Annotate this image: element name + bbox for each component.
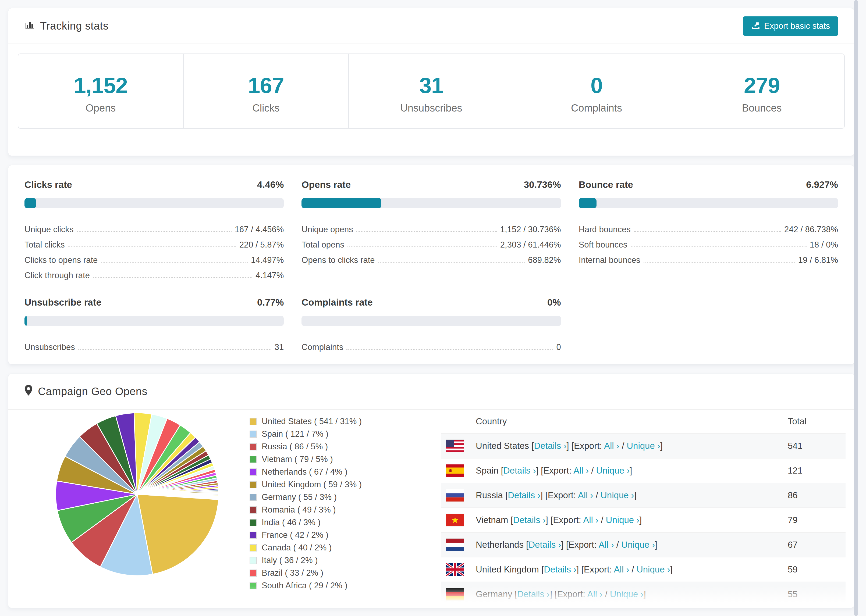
legend-label: South Africa ( 29 / 2% )	[262, 581, 348, 591]
details-link-es[interactable]: Details ›	[504, 465, 536, 475]
legend-item: Canada ( 40 / 2% )	[250, 543, 362, 553]
export-all-link-nl[interactable]: All ›	[599, 540, 614, 550]
export-all-link-es[interactable]: All ›	[573, 465, 589, 475]
page-scrollbar[interactable]	[854, 0, 858, 616]
de-flag-icon	[446, 588, 464, 600]
rate-detail-row: Internal bounces 19 / 6.81%	[579, 250, 838, 265]
rate-detail-row: Soft bounces 18 / 0%	[579, 234, 838, 250]
country-row-vn: Vietnam [Details ›] [Export: All › / Uni…	[441, 508, 846, 532]
legend-label: Canada ( 40 / 2% )	[262, 543, 332, 553]
export-all-link-de[interactable]: All ›	[587, 589, 602, 599]
stat-label: Clicks	[184, 102, 348, 114]
rate-detail-label: Opens to clicks rate	[301, 255, 375, 265]
stat-label: Bounces	[679, 102, 844, 114]
export-unique-link-es[interactable]: Unique ›	[596, 465, 630, 475]
rates-card: Clicks rate 4.46%Unique clicks 167 / 4.4…	[8, 165, 855, 365]
export-unique-link-ru[interactable]: Unique ›	[601, 490, 634, 500]
country-row-de: Germany [Details ›] [Export: All › / Uni…	[441, 581, 846, 606]
legend-label: Vietnam ( 79 / 5% )	[262, 454, 333, 464]
legend-label: Brazil ( 33 / 2% )	[262, 568, 323, 578]
stat-value: 0	[514, 73, 679, 98]
rate-detail-row: Complaints 0	[301, 337, 561, 352]
country-row-us: United States [Details ›] [Export: All ›…	[441, 433, 846, 458]
details-link-us[interactable]: Details ›	[534, 441, 567, 451]
export-unique-link-us[interactable]: Unique ›	[627, 441, 660, 451]
vn-flag-icon	[446, 514, 464, 526]
dotted-leader	[348, 247, 497, 247]
column-header-country: Country	[476, 416, 507, 426]
legend-item: Brazil ( 33 / 2% )	[250, 568, 362, 578]
legend-label: Germany ( 55 / 3% )	[262, 492, 337, 502]
country-cell: United States [Details ›] [Export: All ›…	[476, 441, 663, 451]
legend-item: Russia ( 86 / 5% )	[250, 442, 362, 451]
country-cell: Vietnam [Details ›] [Export: All › / Uni…	[476, 515, 642, 525]
legend-swatch	[250, 468, 257, 476]
rate-detail-label: Internal bounces	[579, 255, 640, 265]
es-flag-icon	[446, 464, 464, 477]
total-cell: 121	[788, 465, 803, 476]
legend-item: India ( 46 / 3% )	[250, 518, 362, 527]
total-cell: 59	[788, 564, 798, 575]
rate-value: 0%	[547, 297, 561, 308]
details-link-gb[interactable]: Details ›	[544, 564, 576, 574]
legend-swatch	[250, 456, 257, 463]
rate-detail-value: 0	[556, 343, 561, 352]
geo-country-table: Country Total United States [Details ›] …	[441, 410, 846, 606]
export-unique-link-vn[interactable]: Unique ›	[606, 515, 639, 525]
legend-item: Netherlands ( 67 / 4% )	[250, 467, 362, 477]
country-cell: Spain [Details ›] [Export: All › / Uniqu…	[476, 465, 632, 476]
column-header-total: Total	[788, 416, 806, 426]
details-link-de[interactable]: Details ›	[517, 589, 550, 599]
bar-chart-icon	[24, 20, 35, 32]
country-cell: Netherlands [Details ›] [Export: All › /…	[476, 540, 657, 550]
rate-title: Complaints rate	[301, 297, 373, 308]
details-link-nl[interactable]: Details ›	[529, 540, 561, 550]
details-link-vn[interactable]: Details ›	[513, 515, 546, 525]
rate-detail-label: Complaints	[301, 343, 343, 352]
legend-item: South Africa ( 29 / 2% )	[250, 581, 362, 591]
legend-item: Germany ( 55 / 3% )	[250, 492, 362, 502]
dotted-leader	[346, 349, 553, 350]
export-unique-link-nl[interactable]: Unique ›	[621, 540, 655, 550]
legend-item: Spain ( 121 / 7% )	[250, 429, 362, 439]
details-link-ru[interactable]: Details ›	[508, 490, 540, 500]
stat-value: 31	[349, 73, 514, 98]
rate-detail-value: 31	[275, 343, 284, 352]
stat-label: Unsubscribes	[349, 102, 514, 114]
rate-detail-value: 1,152 / 30.736%	[500, 225, 561, 234]
legend-swatch	[250, 569, 257, 577]
summary-stat-box: 1,152 Opens	[18, 54, 184, 128]
export-all-link-us[interactable]: All ›	[604, 441, 619, 451]
export-basic-stats-button[interactable]: Export basic stats	[743, 16, 838, 36]
rate-detail-row: Total clicks 220 / 5.87%	[24, 234, 284, 250]
dotted-leader	[356, 231, 497, 232]
dotted-leader	[93, 277, 252, 278]
export-all-link-ru[interactable]: All ›	[578, 490, 593, 500]
export-unique-link-de[interactable]: Unique ›	[610, 589, 644, 599]
export-all-link-vn[interactable]: All ›	[583, 515, 598, 525]
dotted-leader	[644, 262, 795, 262]
nl-flag-icon	[446, 539, 464, 551]
legend-swatch	[250, 519, 257, 526]
tracking-stats-header: Tracking stats Export basic stats	[8, 8, 854, 44]
geo-opens-header: Campaign Geo Opens	[8, 374, 854, 410]
rate-value: 0.77%	[257, 297, 284, 308]
gb-flag-icon	[446, 563, 464, 576]
dotted-leader	[68, 247, 236, 247]
total-cell: 55	[788, 589, 798, 599]
rate-progress-bar	[301, 316, 561, 326]
export-all-link-gb[interactable]: All ›	[614, 564, 629, 574]
rate-progress-bar	[301, 198, 561, 208]
country-row-es: Spain [Details ›] [Export: All › / Uniqu…	[441, 458, 846, 483]
legend-label: India ( 46 / 3% )	[262, 518, 321, 527]
export-unique-link-gb[interactable]: Unique ›	[636, 564, 670, 574]
map-pin-icon	[24, 385, 33, 398]
rate-detail-value: 19 / 6.81%	[798, 255, 838, 265]
legend-item: Italy ( 36 / 2% )	[250, 556, 362, 565]
pie-legend: United States ( 541 / 31% ) Spain ( 121 …	[250, 416, 362, 593]
rate-panel: Bounce rate 6.927%Hard bounces 242 / 86.…	[579, 179, 838, 280]
legend-swatch	[250, 506, 257, 514]
rate-detail-value: 14.497%	[251, 255, 284, 265]
legend-item: United Kingdom ( 59 / 3% )	[250, 480, 362, 489]
rate-detail-row: Hard bounces 242 / 86.738%	[579, 219, 838, 234]
